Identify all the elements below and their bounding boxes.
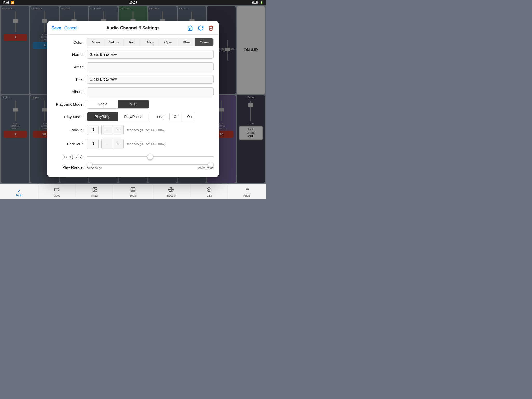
title-control bbox=[87, 75, 214, 84]
color-yellow-button[interactable]: Yellow bbox=[105, 38, 123, 46]
tab-setup[interactable]: Setup bbox=[114, 184, 152, 200]
pan-row: Pan (L / R): bbox=[52, 153, 214, 161]
svg-marker-1 bbox=[58, 188, 59, 191]
tab-video[interactable]: Video bbox=[38, 184, 76, 200]
pan-slider-thumb[interactable] bbox=[147, 154, 153, 160]
album-label: Album: bbox=[52, 90, 84, 94]
playlist-icon bbox=[244, 187, 250, 194]
fade-out-hint: seconds (0 - off, 60 - max) bbox=[126, 142, 166, 146]
modal-overlay: Save Cancel Audio Channel 5 Settings bbox=[0, 5, 266, 184]
color-blue-button[interactable]: Blue bbox=[177, 38, 196, 46]
home-icon[interactable] bbox=[187, 24, 194, 32]
playback-mode-control: Single Multi bbox=[87, 100, 214, 109]
artist-control bbox=[87, 62, 214, 71]
loop-off-button[interactable]: Off bbox=[170, 112, 183, 121]
play-range-thumb-right[interactable] bbox=[208, 162, 214, 168]
album-control bbox=[87, 87, 214, 96]
svg-point-11 bbox=[208, 189, 210, 190]
wifi-icon: 📶 bbox=[10, 1, 14, 4]
dialog-header: Save Cancel Audio Channel 5 Settings bbox=[47, 21, 219, 35]
title-field-label: Title: bbox=[52, 77, 84, 82]
play-mode-label: Play Mode: bbox=[52, 115, 84, 119]
color-mag-button[interactable]: Mag bbox=[141, 38, 159, 46]
play-range-track bbox=[87, 164, 214, 165]
fade-out-row: Fade-out: 0 − + seconds (0 - off, 60 - m… bbox=[52, 139, 214, 149]
play-stop-button[interactable]: Play/Stop bbox=[87, 112, 118, 121]
fade-in-value: 0 bbox=[87, 125, 99, 135]
save-button[interactable]: Save bbox=[51, 26, 61, 30]
playmode-loop-row: Play/Stop Play/Pause Loop: Off On bbox=[87, 112, 214, 121]
name-label: Name: bbox=[52, 52, 84, 57]
cancel-button[interactable]: Cancel bbox=[64, 26, 77, 30]
play-range-row: Play Range: 00:00:00.00 00:00:02.85 bbox=[52, 164, 214, 170]
trash-icon[interactable] bbox=[207, 24, 215, 32]
playback-multi-button[interactable]: Multi bbox=[118, 100, 149, 108]
loop-on-button[interactable]: On bbox=[183, 112, 195, 121]
play-mode-control: Play/Stop Play/Pause Loop: Off On bbox=[87, 112, 214, 121]
title-input[interactable] bbox=[87, 75, 214, 84]
refresh-icon[interactable] bbox=[197, 24, 204, 32]
tab-image[interactable]: Image bbox=[76, 184, 114, 200]
tab-image-label: Image bbox=[91, 194, 99, 197]
play-range-thumb-left[interactable] bbox=[87, 162, 92, 168]
fade-in-increment-button[interactable]: + bbox=[112, 125, 123, 135]
device-label: iPad bbox=[3, 1, 9, 4]
tab-audio-label: Audio bbox=[16, 194, 22, 197]
fade-in-label: Fade-in: bbox=[52, 128, 84, 132]
video-icon bbox=[54, 187, 60, 194]
dialog-title: Audio Channel 5 Settings bbox=[83, 25, 183, 31]
color-selector: None Yellow Red Mag Cyan Blue Green bbox=[87, 38, 214, 46]
playback-single-button[interactable]: Single bbox=[87, 100, 118, 108]
browser-icon bbox=[168, 187, 174, 194]
battery-label: 91% bbox=[252, 1, 258, 4]
play-range-container: 00:00:00.00 00:00:02.85 bbox=[87, 164, 214, 170]
fade-in-control: 0 − + seconds (0 - off, 60 - max) bbox=[87, 125, 214, 135]
tab-video-label: Video bbox=[54, 194, 60, 197]
pan-control bbox=[87, 153, 214, 161]
fade-in-row: Fade-in: 0 − + seconds (0 - off, 60 - ma… bbox=[52, 125, 214, 135]
tab-browser[interactable]: Browser bbox=[152, 184, 190, 200]
color-row: Color: None Yellow Red Mag Cyan Blue Gre… bbox=[52, 38, 214, 46]
dialog-header-right bbox=[183, 24, 215, 32]
tab-audio[interactable]: ♪ Audio bbox=[0, 184, 38, 200]
pan-slider-container bbox=[87, 153, 214, 161]
audio-icon: ♪ bbox=[18, 187, 20, 193]
color-green-button[interactable]: Green bbox=[195, 38, 213, 46]
name-input[interactable] bbox=[87, 50, 214, 59]
fade-out-value: 0 bbox=[87, 139, 99, 149]
color-control: None Yellow Red Mag Cyan Blue Green bbox=[87, 38, 214, 46]
dialog-header-left: Save Cancel bbox=[51, 26, 83, 30]
pan-label: Pan (L / R): bbox=[52, 155, 84, 159]
play-pause-button[interactable]: Play/Pause bbox=[118, 112, 149, 121]
play-range-control: 00:00:00.00 00:00:02.85 bbox=[87, 164, 214, 170]
tab-midi[interactable]: MIDI bbox=[190, 184, 228, 200]
svg-point-3 bbox=[94, 188, 95, 189]
tab-playlist[interactable]: Playlist bbox=[228, 184, 266, 200]
playback-mode-segmented: Single Multi bbox=[87, 100, 149, 109]
fade-in-decrement-button[interactable]: − bbox=[102, 125, 112, 135]
color-cyan-button[interactable]: Cyan bbox=[159, 38, 177, 46]
play-range-label: Play Range: bbox=[52, 165, 84, 169]
tab-midi-label: MIDI bbox=[206, 194, 212, 197]
color-none-button[interactable]: None bbox=[87, 38, 105, 46]
playback-mode-row: Playback Mode: Single Multi bbox=[52, 100, 214, 109]
svg-rect-0 bbox=[55, 188, 58, 191]
title-row: Title: bbox=[52, 75, 214, 84]
image-icon bbox=[92, 187, 98, 194]
fade-out-increment-button[interactable]: + bbox=[112, 139, 123, 149]
fade-out-decrement-button[interactable]: − bbox=[102, 139, 112, 149]
play-range-labels: 00:00:00.00 00:00:02.85 bbox=[87, 167, 214, 170]
album-input[interactable] bbox=[87, 87, 214, 96]
loop-label: Loop: bbox=[157, 115, 167, 119]
midi-icon bbox=[206, 187, 212, 194]
svg-rect-4 bbox=[131, 187, 135, 192]
artist-row: Artist: bbox=[52, 62, 214, 71]
playback-mode-label: Playback Mode: bbox=[52, 102, 84, 107]
fade-out-controls: 0 − + seconds (0 - off, 60 - max) bbox=[87, 139, 214, 149]
artist-input[interactable] bbox=[87, 62, 214, 71]
color-red-button[interactable]: Red bbox=[123, 38, 141, 46]
fade-in-hint: seconds (0 - off, 60 - max) bbox=[126, 128, 166, 132]
fade-in-controls: 0 − + seconds (0 - off, 60 - max) bbox=[87, 125, 214, 135]
tab-bar: ♪ Audio Video Image bbox=[0, 184, 266, 200]
artist-label: Artist: bbox=[52, 65, 84, 69]
